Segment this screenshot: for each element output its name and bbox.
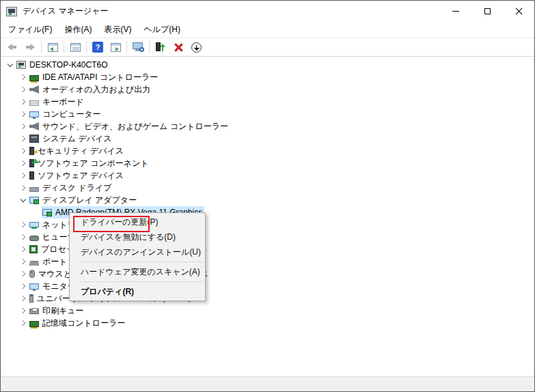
properties-button[interactable]	[67, 40, 83, 55]
printer-icon	[29, 309, 39, 314]
display-adapter-icon	[29, 197, 39, 204]
uninstall-device-button[interactable]	[170, 40, 187, 55]
tree-item[interactable]: IDE ATA/ATAPI コントローラー	[1, 71, 534, 83]
context-menu-item[interactable]: デバイスを無効にする(D)	[70, 229, 205, 244]
expander-chevron[interactable]	[17, 108, 29, 120]
title-bar: デバイス マネージャー	[1, 1, 534, 22]
update-driver-button[interactable]	[152, 40, 169, 55]
tree-item-label: セキュリティ デバイス	[38, 145, 124, 157]
forward-arrow-button[interactable]	[22, 40, 38, 55]
expander-chevron[interactable]	[17, 317, 29, 329]
back-arrow-button[interactable]	[4, 40, 20, 55]
toolbar-separator	[86, 41, 87, 53]
expander-chevron[interactable]	[17, 292, 29, 305]
update-driver-icon	[156, 42, 166, 53]
tree-item[interactable]: サウンド、ビデオ、およびゲーム コントローラー	[1, 120, 534, 132]
tree-item-label: システム デバイス	[42, 133, 112, 145]
expander-chevron[interactable]	[4, 59, 16, 71]
tree-item-label: コンピューター	[42, 109, 100, 120]
tree-item-label: オーディオの入力および出力	[42, 84, 150, 96]
forward-arrow-icon	[25, 44, 35, 51]
toolbar-separator	[64, 41, 64, 53]
expander-chevron[interactable]	[17, 243, 29, 255]
toolbar-separator	[126, 41, 127, 53]
expander-chevron[interactable]	[17, 231, 29, 243]
tree-item-label: DESKTOP-K40CT6O	[29, 60, 107, 70]
maximize-icon	[484, 8, 491, 14]
maximize-button[interactable]	[471, 1, 503, 22]
context-menu: ドライバーの更新(P)デバイスを無効にする(D)デバイスのアンインストール(U)…	[69, 212, 206, 301]
context-menu-separator	[78, 262, 204, 262]
context-menu-item[interactable]: プロパティ(R)	[70, 284, 205, 299]
expander-chevron	[30, 206, 42, 219]
device-tree-panel: DESKTOP-K40CT6O IDE ATA/ATAPI コントローラー オー…	[1, 57, 534, 376]
expander-chevron[interactable]	[17, 255, 29, 268]
security-icon	[29, 147, 34, 155]
tree-item[interactable]: セキュリティ デバイス	[1, 145, 534, 157]
scan-hardware-changes-button[interactable]	[130, 40, 146, 55]
expander-chevron[interactable]	[17, 219, 29, 231]
software-component-icon	[29, 159, 34, 167]
expander-chevron[interactable]	[17, 145, 29, 157]
expander-chevron[interactable]	[17, 182, 29, 194]
context-menu-item[interactable]: ハードウェア変更のスキャン(A)	[70, 264, 205, 279]
help-button[interactable]: ?	[90, 40, 106, 55]
tree-item[interactable]: キーボード	[1, 96, 534, 108]
expander-chevron[interactable]	[17, 120, 29, 132]
tree-item[interactable]: オーディオの入力および出力	[1, 83, 534, 96]
network-icon	[29, 222, 39, 227]
keyboard-icon	[29, 100, 39, 106]
tree-item-label: ディスク ドライブ	[42, 182, 112, 194]
expander-chevron[interactable]	[17, 305, 29, 317]
expander-chevron[interactable]	[17, 280, 29, 292]
toolbar: ?	[1, 38, 534, 57]
tree-item[interactable]: ソフトウェア コンポーネント	[1, 157, 534, 169]
software-device-icon	[29, 171, 34, 180]
device-manager-window: デバイス マネージャー ファイル(F)操作(A)表示(V)ヘルプ(H) ? DE…	[0, 0, 535, 392]
expander-chevron[interactable]	[17, 169, 29, 182]
show-console-tree-button[interactable]	[44, 40, 61, 55]
menu-view[interactable]: 表示(V)	[98, 22, 137, 38]
tree-item-label: サウンド、ビデオ、およびゲーム コントローラー	[42, 121, 228, 132]
tree-item-label: キーボード	[42, 96, 84, 108]
expander-chevron[interactable]	[17, 157, 29, 169]
expander-chevron[interactable]	[17, 194, 29, 206]
tree-item-label: 記憶域コントローラー	[42, 318, 125, 329]
menu-file[interactable]: ファイル(F)	[2, 22, 58, 38]
sound-icon	[29, 122, 39, 130]
window-title: デバイス マネージャー	[23, 5, 440, 17]
expander-chevron[interactable]	[17, 96, 29, 108]
tree-item[interactable]: DESKTOP-K40CT6O	[1, 59, 534, 71]
hid-icon	[29, 236, 39, 241]
expander-chevron[interactable]	[17, 268, 29, 280]
tree-item[interactable]: ソフトウェア デバイス	[1, 169, 534, 182]
tree-item[interactable]: 記憶域コントローラー	[1, 317, 534, 329]
action-pane-button[interactable]	[107, 40, 124, 55]
disable-device-button[interactable]	[188, 40, 204, 55]
expander-chevron[interactable]	[17, 71, 29, 83]
tree-item[interactable]: コンピューター	[1, 108, 534, 120]
port-icon	[29, 261, 39, 266]
expander-chevron[interactable]	[17, 83, 29, 96]
close-button[interactable]	[503, 1, 534, 22]
minimize-button[interactable]	[440, 1, 471, 22]
menu-help[interactable]: ヘルプ(H)	[137, 22, 187, 38]
tree-item[interactable]: システム デバイス	[1, 132, 534, 145]
ide-controller-icon	[29, 75, 39, 81]
tree-item-label: ディスプレイ アダプター	[42, 195, 137, 206]
context-menu-item[interactable]: デバイスのアンインストール(U)	[70, 244, 205, 260]
tree-item-label: ソフトウェア デバイス	[38, 170, 124, 182]
scan-hardware-changes-icon	[133, 42, 144, 52]
tree-item[interactable]: 印刷キュー	[1, 305, 534, 317]
device-manager-app-icon	[6, 7, 17, 16]
tree-item[interactable]: ディスプレイ アダプター	[1, 194, 534, 206]
context-menu-item[interactable]: ドライバーの更新(P)	[70, 214, 205, 229]
toolbar-separator	[149, 41, 150, 53]
tree-item-label: ソフトウェア コンポーネント	[38, 158, 149, 169]
expander-chevron[interactable]	[17, 132, 29, 145]
menu-bar: ファイル(F)操作(A)表示(V)ヘルプ(H)	[1, 22, 534, 38]
tree-item[interactable]: ディスク ドライブ	[1, 182, 534, 194]
properties-icon	[70, 43, 81, 52]
menu-action[interactable]: 操作(A)	[58, 22, 98, 38]
storage-icon	[29, 321, 39, 327]
